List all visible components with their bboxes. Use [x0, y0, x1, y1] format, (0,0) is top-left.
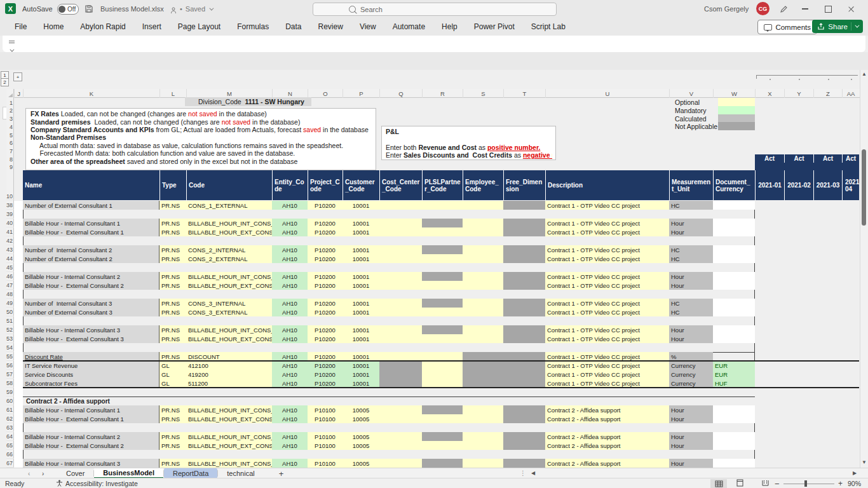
row-header-49[interactable]: 49	[6, 299, 14, 308]
row-header-53[interactable]: 53	[6, 334, 14, 343]
hscroll-right-icon[interactable]: ▶	[853, 471, 857, 476]
cell-employee-code[interactable]	[463, 459, 503, 468]
column-header-T[interactable]: T	[503, 89, 545, 98]
cell-employee-code[interactable]	[463, 308, 503, 316]
cell-measurement-unit[interactable]: HC	[669, 254, 713, 263]
column-group-dot[interactable]	[828, 79, 829, 80]
cell-cost-center-code[interactable]	[379, 201, 422, 210]
cell-customer-code[interactable]: 10001	[342, 325, 379, 334]
hscroll-left-icon[interactable]: ◀	[531, 471, 535, 476]
cell-measurement-unit[interactable]: Hour	[669, 334, 713, 343]
row-header-67[interactable]: 67	[6, 459, 14, 468]
column-group-dot[interactable]	[799, 79, 800, 80]
cell-measurement-unit[interactable]: Hour	[669, 219, 713, 227]
cell-customer-code[interactable]: 10001	[342, 308, 379, 316]
cell-entity-code[interactable]: AH10	[272, 201, 308, 210]
cell-description[interactable]: Contract 1 - OTP Video CC project	[545, 352, 669, 361]
row-header-50[interactable]: 50	[6, 308, 14, 316]
cell-free-dimension[interactable]	[503, 281, 545, 290]
add-sheet-button[interactable]: +	[264, 468, 299, 478]
tab-scroll-splitter[interactable]: ⋮	[520, 470, 526, 477]
cell-plsl-partner-code[interactable]	[422, 325, 463, 334]
cell-description[interactable]: Contract 1 - OTP Video CC project	[545, 370, 669, 379]
cell-type[interactable]: PR.NS	[159, 254, 186, 263]
cell-entity-code[interactable]: AH10	[272, 432, 308, 441]
cell-entity-code[interactable]: AH10	[272, 308, 308, 316]
cell-project-code[interactable]: P10200	[308, 361, 342, 370]
cell-plsl-partner-code[interactable]	[422, 254, 463, 263]
cell-plsl-partner-code[interactable]	[422, 308, 463, 316]
cell-name[interactable]: Number of Internal Consultant 3	[23, 299, 159, 308]
column-header-V[interactable]: V	[669, 89, 713, 98]
cell-customer-code[interactable]: 10001	[342, 334, 379, 343]
table-header-W[interactable]: Document_Currency	[713, 170, 755, 200]
cell-code[interactable]: BILLABLE_HOUR_INT_CONS_1	[186, 405, 272, 414]
row-header-41[interactable]: 41	[6, 227, 14, 236]
cell-name[interactable]: Billable Hour - External Consultant 2	[23, 281, 159, 290]
cell-free-dimension[interactable]	[503, 219, 545, 227]
row-header-38[interactable]: 38	[6, 201, 14, 210]
cell-employee-code[interactable]	[463, 414, 503, 423]
cell-project-code[interactable]: P10200	[308, 370, 342, 379]
cell-project-code[interactable]: P10200	[308, 352, 342, 361]
row-header-64[interactable]: 64	[6, 432, 14, 441]
cell-free-dimension[interactable]	[503, 272, 545, 281]
cell-customer-code[interactable]: 10001	[342, 201, 379, 210]
cell-code[interactable]: BILLABLE_HOUR_INT_CONS_2	[186, 272, 272, 281]
section-title[interactable]: Contract 2 - Affidea support	[24, 396, 215, 405]
cell-customer-code[interactable]: 10001	[342, 379, 379, 388]
cell-measurement-unit[interactable]: Hour	[669, 227, 713, 236]
cell-type[interactable]: PR.NS	[159, 325, 186, 334]
cell-document-currency[interactable]	[713, 308, 755, 316]
cell-name[interactable]: Billable Hour - External Consultant 3	[23, 334, 159, 343]
cell-cost-center-code[interactable]	[379, 308, 422, 316]
cell-cost-center-code[interactable]	[379, 459, 422, 468]
cell-project-code[interactable]: P10200	[308, 201, 342, 210]
cell-document-currency[interactable]	[713, 201, 755, 210]
cell-type[interactable]: PR.NS	[159, 432, 186, 441]
cell-entity-code[interactable]: AH10	[272, 281, 308, 290]
column-header-O[interactable]: O	[308, 89, 342, 98]
row-header-39[interactable]: 39	[6, 210, 14, 219]
cell-name[interactable]: Billable Hour - Internal Consultant 1	[23, 405, 159, 414]
cell-type[interactable]: PR.NS	[159, 441, 186, 450]
column-header-N[interactable]: N	[272, 89, 308, 98]
cell-employee-code[interactable]	[463, 361, 503, 370]
cell-plsl-partner-code[interactable]	[422, 414, 463, 423]
cell-free-dimension[interactable]	[503, 245, 545, 254]
table-header-N[interactable]: Entity_Code	[272, 170, 308, 200]
cell-project-code[interactable]: P10200	[308, 299, 342, 308]
cell-description[interactable]: Contract 1 - OTP Video CC project	[545, 308, 669, 316]
row-header-51[interactable]: 51	[6, 316, 14, 325]
cell-code[interactable]: 412100	[186, 361, 272, 370]
cell-employee-code[interactable]	[463, 325, 503, 334]
cell-project-code[interactable]: P10200	[308, 219, 342, 227]
cell-customer-code[interactable]: 10001	[342, 272, 379, 281]
cell-free-dimension[interactable]	[503, 227, 545, 236]
cell-employee-code[interactable]	[463, 370, 503, 379]
cell-type[interactable]: GL	[159, 379, 186, 388]
cell-document-currency[interactable]	[713, 334, 755, 343]
cell-plsl-partner-code[interactable]	[422, 299, 463, 308]
cell-employee-code[interactable]	[463, 227, 503, 236]
cell-customer-code[interactable]: 10005	[342, 459, 379, 468]
cell-name[interactable]: Number of External Consultant 1	[23, 201, 159, 210]
zoom-level[interactable]: 90%	[848, 480, 861, 487]
row-header-2[interactable]: 2	[6, 106, 14, 114]
cell-code[interactable]: DISCOUNT	[186, 352, 272, 361]
cell-cost-center-code[interactable]	[379, 432, 422, 441]
cell-measurement-unit[interactable]: Hour	[669, 414, 713, 423]
cell-customer-code[interactable]: 10001	[342, 281, 379, 290]
cell-description[interactable]: Contract 1 - OTP Video CC project	[545, 227, 669, 236]
cell-entity-code[interactable]: AH10	[272, 272, 308, 281]
sheet-next-icon[interactable]: ›	[42, 471, 44, 477]
cell-employee-code[interactable]	[463, 245, 503, 254]
cell-cost-center-code[interactable]	[379, 414, 422, 423]
cell-name[interactable]: Number of External Consultant 2	[23, 254, 159, 263]
cell-employee-code[interactable]	[463, 441, 503, 450]
cell-code[interactable]: BILLABLE_HOUR_EXT_CONS_2	[186, 281, 272, 290]
vertical-scrollbar[interactable]	[860, 70, 868, 468]
cell-employee-code[interactable]	[463, 299, 503, 308]
cell-document-currency[interactable]: HUF	[713, 379, 755, 388]
cell-cost-center-code[interactable]	[379, 227, 422, 236]
